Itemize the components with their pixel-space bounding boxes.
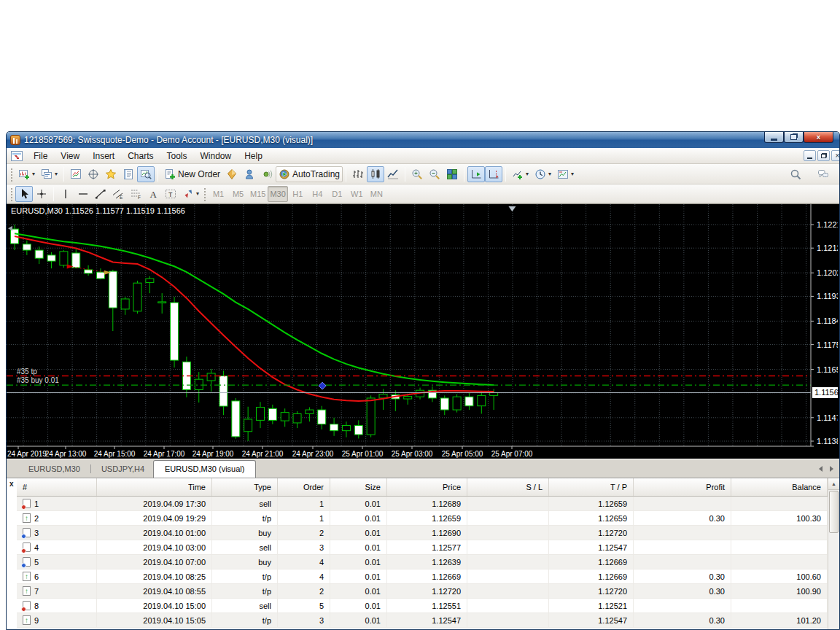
cell-sl: [467, 540, 549, 554]
cursor-button[interactable]: [15, 186, 33, 202]
zoom-out-button[interactable]: [426, 166, 443, 182]
chart-area[interactable]: #35 tp#35 buy 0.011.122101.121201.120251…: [7, 203, 839, 459]
experts-button[interactable]: [241, 166, 258, 182]
bar-chart-button[interactable]: [349, 166, 367, 182]
table-row[interactable]: 32019.04.10 01:00buy20.011.126901.12720: [17, 526, 828, 540]
column-profit[interactable]: Profit: [634, 478, 731, 496]
trendline-button[interactable]: [92, 186, 109, 202]
chart-mdi-icon[interactable]: [11, 151, 23, 161]
zoom-in-button[interactable]: [408, 166, 426, 182]
column-tp[interactable]: T / P: [549, 478, 634, 496]
menu-insert[interactable]: Insert: [86, 149, 121, 163]
market-watch-button[interactable]: [67, 166, 85, 182]
menu-charts[interactable]: Charts: [121, 149, 160, 163]
tab-scroll-left-icon[interactable]: [819, 466, 822, 472]
timeframe-mn[interactable]: MN: [367, 186, 386, 202]
cell-type: t/p: [212, 613, 278, 627]
vertical-line-button[interactable]: [57, 186, 74, 202]
timeframe-m15[interactable]: M15: [248, 186, 268, 202]
cell-tp: 1.12547: [549, 613, 634, 627]
periods-button[interactable]: ▾: [532, 166, 554, 182]
row-number: 4: [34, 543, 39, 552]
timeframe-h1[interactable]: H1: [288, 186, 308, 202]
search-button[interactable]: [787, 166, 804, 182]
line-chart-button[interactable]: [384, 166, 402, 182]
menu-file[interactable]: File: [27, 149, 54, 163]
column-order[interactable]: Order: [278, 478, 330, 496]
timeframe-d1[interactable]: D1: [327, 186, 347, 202]
text-button[interactable]: A: [144, 186, 162, 202]
menu-tools[interactable]: Tools: [160, 149, 194, 163]
timeframe-m5[interactable]: M5: [228, 186, 248, 202]
community-button[interactable]: [814, 166, 832, 182]
timeframe-m30[interactable]: M30: [268, 186, 287, 202]
sell-order-icon: [23, 499, 31, 508]
crosshair-button[interactable]: [33, 186, 50, 202]
tab-scroll-right-icon[interactable]: [830, 466, 833, 472]
child-minimize-button[interactable]: [804, 150, 816, 161]
indicators-button[interactable]: ▾: [509, 166, 532, 182]
metaeditor-button[interactable]: [223, 166, 241, 182]
table-row[interactable]: 12019.04.09 17:30sell10.011.126891.12659: [17, 497, 828, 511]
toolbar-grip[interactable]: [9, 187, 13, 201]
equidistant-channel-button[interactable]: E: [109, 186, 127, 202]
community-icon: [817, 168, 829, 180]
child-restore-button[interactable]: [817, 150, 830, 161]
auto-scroll-button[interactable]: [467, 166, 485, 182]
column-time[interactable]: Time: [97, 478, 212, 496]
panel-close-button[interactable]: x: [9, 481, 14, 488]
toolbar-grip[interactable]: [9, 167, 13, 182]
tab-usdjpy-h4[interactable]: USDJPY,H4: [93, 461, 153, 478]
signals-button[interactable]: [258, 166, 276, 182]
timeframe-h4[interactable]: H4: [308, 186, 327, 202]
close-button[interactable]: ×: [804, 132, 833, 143]
restore-button[interactable]: [784, 132, 804, 143]
terminal-button[interactable]: [120, 166, 137, 182]
cell-tp: 1.12720: [549, 526, 634, 540]
column-price[interactable]: Price: [387, 478, 467, 496]
column-balance[interactable]: Balance: [731, 478, 828, 496]
chart-shift-button[interactable]: [485, 166, 502, 182]
tab-eurusd-m30-visual[interactable]: EURUSD,M30 (visual): [153, 460, 256, 478]
column-size[interactable]: Size: [330, 478, 387, 496]
fibonacci-button[interactable]: F: [127, 186, 144, 202]
menu-view[interactable]: View: [54, 149, 86, 163]
results-scrollbar[interactable]: ▲: [828, 478, 839, 630]
tile-windows-button[interactable]: [443, 166, 461, 182]
table-row[interactable]: ↑72019.04.10 08:55t/p20.011.127201.12720…: [17, 584, 828, 599]
tab-eurusd-m30[interactable]: EURUSD,M30: [20, 461, 89, 478]
table-row[interactable]: ↑22019.04.09 19:29t/p10.011.126591.12659…: [17, 511, 828, 526]
new-order-button[interactable]: New Order: [161, 166, 223, 182]
templates-button[interactable]: ▾: [554, 166, 577, 182]
menu-help[interactable]: Help: [238, 149, 269, 163]
cell-type: sell: [212, 497, 278, 510]
new-chart-button[interactable]: ▾: [15, 166, 38, 182]
navigator-button[interactable]: [102, 166, 120, 182]
autotrading-button[interactable]: AutoTrading: [276, 166, 343, 182]
table-row[interactable]: 82019.04.10 15:00sell50.011.125511.12521: [17, 599, 828, 613]
table-row[interactable]: 52019.04.10 07:00buy40.011.126391.12669: [17, 555, 828, 569]
arrows-button[interactable]: ▾: [179, 186, 202, 202]
table-row[interactable]: ↑62019.04.10 08:25t/p40.011.126691.12669…: [17, 569, 828, 584]
table-row[interactable]: ↑92019.04.10 15:05t/p30.011.125471.12547…: [17, 613, 828, 628]
column-type[interactable]: Type: [212, 478, 278, 496]
scrollbar-up-icon[interactable]: ▲: [828, 478, 839, 490]
horizontal-line-button[interactable]: [74, 186, 92, 202]
candle-chart-button[interactable]: [367, 166, 384, 182]
profiles-button[interactable]: ▾: [38, 166, 61, 182]
column-number[interactable]: #: [17, 478, 97, 496]
child-close-button[interactable]: ×: [831, 150, 840, 161]
column-sl[interactable]: S / L: [467, 478, 549, 496]
timeframe-w1[interactable]: W1: [347, 186, 367, 202]
minimize-button[interactable]: [764, 132, 784, 143]
title-bar[interactable]: 1218587569: Swissquote-Demo - Demo Accou…: [7, 132, 839, 148]
buy-dot-icon: [21, 534, 26, 539]
data-window-button[interactable]: [85, 166, 102, 182]
table-row[interactable]: 42019.04.10 03:00sell30.011.125771.12547: [17, 540, 828, 555]
toolbar-grip[interactable]: [203, 187, 206, 201]
scrollbar-thumb[interactable]: [829, 491, 839, 533]
strategy-tester-button[interactable]: [137, 166, 155, 182]
text-label-button[interactable]: T: [162, 186, 179, 202]
menu-window[interactable]: Window: [194, 149, 238, 163]
timeframe-m1[interactable]: M1: [209, 186, 228, 202]
